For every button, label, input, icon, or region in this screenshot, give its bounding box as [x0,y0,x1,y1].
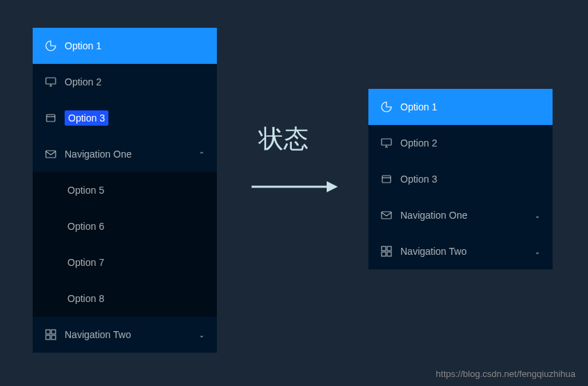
submenu-item-label: Option 6 [67,221,104,232]
submenu-item-option-7[interactable]: Option 7 [33,244,217,280]
monitor-icon [381,137,392,149]
menu-item-option-1[interactable]: Option 1 [368,89,553,125]
state-label: 状态 [259,122,309,156]
submenu-item-label: Option 8 [67,293,104,304]
svg-rect-10 [382,212,391,219]
chevron-down-icon: ⌄ [534,212,540,219]
svg-rect-6 [51,335,56,339]
chevron-down-icon: ⌄ [534,248,540,255]
watermark-text: https://blog.csdn.net/fengqiuzhihua [436,369,575,379]
box-icon [381,174,392,185]
svg-rect-13 [382,252,386,256]
menu-item-label: Option 2 [65,76,101,87]
svg-rect-1 [47,115,55,121]
menu-item-option-1[interactable]: Option 1 [33,28,217,64]
menu-item-navigation-one[interactable]: Navigation One ⌄ [368,197,553,233]
mail-icon [381,210,392,221]
svg-rect-2 [46,151,56,158]
submenu-item-label: Option 5 [67,185,104,196]
mail-icon [45,149,56,160]
svg-rect-9 [382,176,391,183]
grid-icon [381,246,392,257]
menu-item-option-3[interactable]: Option 3 [33,100,217,136]
svg-rect-0 [46,78,56,84]
svg-rect-5 [46,335,50,339]
svg-rect-12 [387,246,391,251]
menu-item-option-3[interactable]: Option 3 [368,161,553,197]
menu-item-label: Option 3 [65,110,108,126]
menu-item-option-2[interactable]: Option 2 [33,64,217,100]
menu-item-label: Navigation One [400,210,468,221]
submenu-item-option-5[interactable]: Option 5 [33,172,217,208]
menu-item-navigation-two[interactable]: Navigation Two ⌄ [368,233,553,269]
svg-rect-14 [387,252,391,256]
svg-rect-11 [382,246,386,251]
menu-item-label: Option 3 [400,174,437,185]
menu-item-option-2[interactable]: Option 2 [368,125,553,161]
monitor-icon [45,76,56,87]
box-icon [45,112,56,124]
menu-item-label: Navigation One [65,149,132,160]
menu-item-label: Navigation Two [400,246,466,257]
menu-item-navigation-one[interactable]: Navigation One ⌃ [33,136,217,172]
menu-item-label: Option 1 [400,101,437,112]
menu-item-navigation-two[interactable]: Navigation Two ⌄ [33,317,217,353]
menu-item-label: Option 1 [65,40,101,51]
menu-right: Option 1 Option 2 Option 3 Navigation On… [368,89,553,269]
chevron-down-icon: ⌄ [199,331,204,339]
svg-rect-4 [51,330,56,334]
menu-item-label: Option 2 [400,137,437,149]
menu-left: Option 1 Option 2 Option 3 Navigation On… [33,28,217,353]
submenu-item-option-6[interactable]: Option 6 [33,208,217,244]
grid-icon [45,329,56,340]
arrow-right-icon [250,179,339,194]
submenu-navigation-one: Option 5 Option 6 Option 7 Option 8 [33,172,217,317]
pie-icon [381,101,392,112]
pie-icon [45,40,56,51]
submenu-item-label: Option 7 [67,257,104,268]
chevron-up-icon: ⌃ [199,151,204,158]
submenu-item-option-8[interactable]: Option 8 [33,280,217,317]
svg-rect-8 [382,139,391,145]
svg-rect-3 [46,330,50,334]
menu-item-label: Navigation Two [65,329,131,340]
